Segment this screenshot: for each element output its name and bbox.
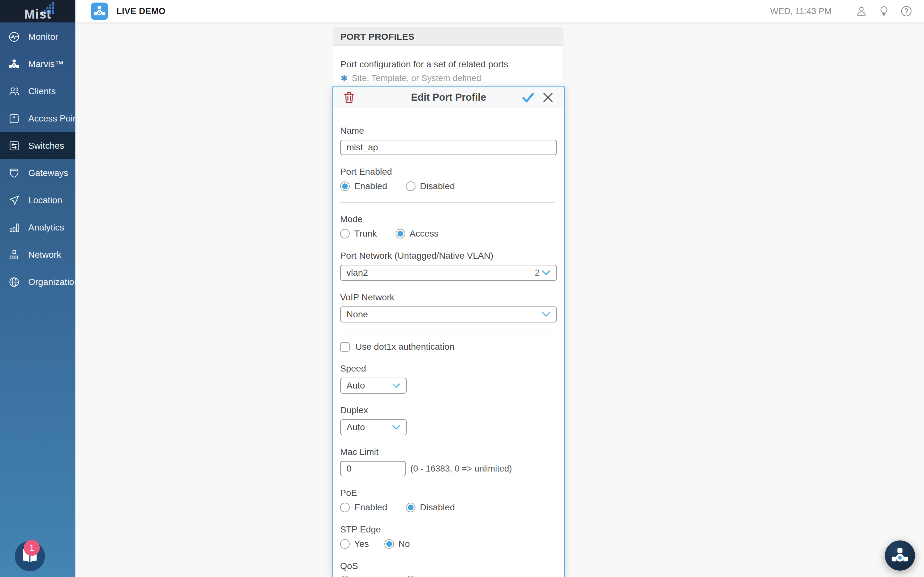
port-enabled-radio-group: Enabled Disabled	[340, 181, 555, 192]
name-input[interactable]: mist_ap	[340, 140, 557, 155]
sidebar-item-switches[interactable]: Switches	[0, 132, 75, 159]
radio-button[interactable]	[340, 576, 350, 577]
dot1x-checkbox[interactable]	[340, 342, 350, 351]
legend-line: ✱ Site, Template, or System defined	[341, 73, 556, 83]
port-network-value: vlan2	[347, 268, 368, 278]
poe-option-enabled[interactable]: Enabled	[340, 502, 387, 513]
sidebar-item-analytics[interactable]: Analytics	[0, 214, 75, 241]
qos-option-disabled[interactable]: Disabled	[406, 575, 455, 577]
radio-button[interactable]	[340, 503, 350, 512]
port-network-select[interactable]: vlan2 2	[340, 265, 557, 281]
mac-limit-input[interactable]: 0	[340, 461, 406, 476]
clients-icon	[8, 85, 20, 97]
stp-edge-option-yes[interactable]: Yes	[340, 539, 369, 549]
sidebar-item-location[interactable]: Location	[0, 187, 75, 214]
org-logo-chip[interactable]	[91, 3, 108, 20]
qos-label: QoS	[340, 561, 555, 571]
radio-button[interactable]	[406, 503, 415, 512]
sidebar-item-label: Monitor	[28, 32, 58, 42]
mist-logo[interactable]: Mist	[0, 0, 75, 23]
sidebar-item-clients[interactable]: Clients	[0, 77, 75, 105]
stp-edge-option-no[interactable]: No	[384, 539, 410, 549]
checkmark-icon	[521, 90, 535, 105]
radio-label: Enabled	[354, 502, 387, 513]
sidebar-item-organization[interactable]: Organization	[0, 268, 75, 295]
network-icon	[8, 249, 20, 261]
radio-button[interactable]	[396, 229, 405, 239]
sidebar-item-marvis[interactable]: Marvis™	[0, 50, 75, 77]
radio-label: Disabled	[420, 181, 455, 191]
port-network-label: Port Network (Untagged/Native VLAN)	[340, 251, 555, 261]
radio-label: Enabled	[354, 575, 387, 577]
port-enabled-option-disabled[interactable]: Disabled	[406, 181, 455, 191]
legend-text: Site, Template, or System defined	[352, 73, 481, 83]
analytics-icon	[8, 222, 20, 234]
panel-title: PORT PROFILES	[341, 32, 415, 42]
save-button[interactable]	[521, 90, 535, 105]
close-button[interactable]	[541, 90, 555, 105]
stp-edge-label: STP Edge	[340, 524, 555, 535]
voip-network-select[interactable]: None	[340, 306, 557, 322]
radio-label: Yes	[354, 539, 369, 549]
chevron-down-icon	[392, 383, 401, 388]
topbar: LIVE DEMO WED, 11:43 PM	[75, 0, 924, 23]
poe-option-disabled[interactable]: Disabled	[406, 502, 455, 513]
speed-value: Auto	[347, 380, 365, 391]
port-enabled-option-enabled[interactable]: Enabled	[340, 181, 387, 191]
voip-network-label: VoIP Network	[340, 292, 555, 303]
gateways-icon	[8, 167, 20, 179]
notification-badge[interactable]: 1	[24, 540, 40, 556]
star-icon: ✱	[341, 74, 348, 83]
radio-button[interactable]	[406, 181, 415, 191]
user-icon	[855, 5, 867, 17]
stp-edge-radio-group: Yes No	[340, 538, 555, 550]
radio-button[interactable]	[340, 181, 350, 191]
access-points-icon	[8, 113, 20, 124]
dot1x-label: Use dot1x authentication	[355, 342, 454, 352]
sidebar-item-label: Access Points	[28, 113, 85, 124]
speed-select[interactable]: Auto	[340, 378, 407, 394]
mode-option-trunk[interactable]: Trunk	[340, 229, 377, 239]
chevron-down-icon	[392, 425, 401, 430]
sidebar-item-monitor[interactable]: Monitor	[0, 23, 75, 50]
edit-port-profile-dialog: Edit Port Profile Name mist_ap Port Enab…	[333, 86, 565, 577]
sidebar: Mist Monitor Marvis™	[0, 0, 75, 577]
sidebar-item-gateways[interactable]: Gateways	[0, 159, 75, 187]
panel-body: Port configuration for a set of related …	[333, 46, 563, 83]
sidebar-item-access-points[interactable]: Access Points	[0, 105, 75, 132]
radio-button[interactable]	[340, 229, 350, 239]
whats-new-button[interactable]	[877, 5, 891, 18]
chevron-down-icon	[541, 270, 551, 276]
dot1x-checkbox-row[interactable]: Use dot1x authentication	[340, 342, 555, 352]
marvis-fab[interactable]	[885, 540, 915, 571]
mac-limit-hint: (0 - 16383, 0 => unlimited)	[410, 464, 512, 474]
duplex-value: Auto	[347, 422, 365, 432]
close-icon	[541, 90, 555, 105]
qos-option-enabled[interactable]: Enabled	[340, 575, 387, 577]
sidebar-item-label: Organization	[28, 277, 79, 287]
delete-profile-button[interactable]	[342, 90, 356, 105]
radio-label: Access	[410, 229, 439, 239]
mode-option-access[interactable]: Access	[396, 229, 439, 239]
account-button[interactable]	[855, 5, 868, 18]
dialog-body: Name mist_ap Port Enabled Enabled Disabl…	[333, 108, 564, 577]
topbar-right: WED, 11:43 PM	[770, 5, 913, 18]
voip-network-value: None	[347, 309, 368, 319]
radio-button[interactable]	[406, 576, 415, 577]
trash-icon	[342, 90, 356, 105]
sidebar-item-network[interactable]: Network	[0, 241, 75, 268]
radio-label: Enabled	[354, 181, 387, 191]
radio-button[interactable]	[340, 539, 350, 549]
help-button[interactable]	[900, 5, 913, 18]
divider	[340, 333, 555, 334]
poe-radio-group: Enabled Disabled	[340, 502, 555, 513]
panel-description: Port configuration for a set of related …	[341, 59, 556, 69]
duplex-select[interactable]: Auto	[340, 419, 407, 435]
org-name: LIVE DEMO	[116, 6, 166, 16]
marvis-logo-icon	[891, 546, 909, 565]
qos-radio-group: Enabled Disabled	[340, 575, 555, 577]
radio-button[interactable]	[384, 539, 394, 549]
radio-label: Trunk	[354, 229, 377, 239]
radio-label: Disabled	[420, 502, 455, 513]
mist-logo-dots-icon	[41, 2, 55, 15]
